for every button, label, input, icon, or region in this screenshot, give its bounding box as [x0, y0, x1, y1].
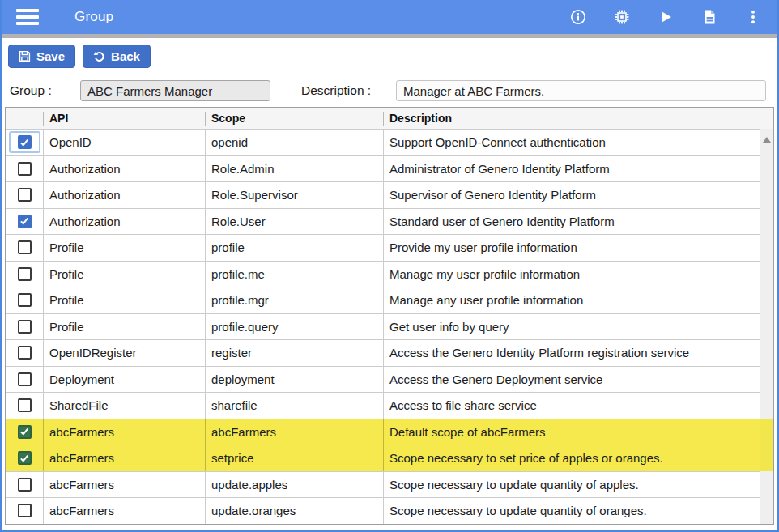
row-checkbox[interactable] [18, 267, 32, 281]
checkbox-focus-ring [9, 474, 40, 496]
description-cell-text: Supervisor of Genero Identity Platform [390, 188, 596, 202]
row-checkbox[interactable] [18, 372, 32, 386]
table-row[interactable]: Authorization Role.User Standard user of… [6, 208, 773, 235]
table-row[interactable]: OpenIDRegister register Access the Gener… [6, 339, 773, 366]
scope-cell: setprice [205, 445, 383, 471]
api-cell-text: OpenID [49, 135, 92, 149]
description-input[interactable] [396, 80, 766, 101]
toolbar: Save Back [2, 38, 777, 74]
document-icon [700, 8, 718, 26]
table-row[interactable]: Profile profile.mgr Manage any user prof… [6, 287, 773, 313]
row-checkbox[interactable] [18, 451, 32, 465]
row-checkbox[interactable] [18, 135, 32, 149]
settings-chip-button[interactable] [612, 7, 632, 27]
scope-cell: deployment [205, 367, 383, 393]
row-checkbox[interactable] [18, 320, 32, 334]
table-row[interactable]: SharedFile sharefile Access to file shar… [6, 392, 773, 419]
checkbox-focus-ring [9, 158, 40, 180]
floppy-icon [19, 50, 31, 62]
row-checkbox[interactable] [18, 188, 32, 202]
checkbox-focus-ring [9, 263, 40, 285]
scope-cell-text: setprice [211, 451, 254, 465]
row-checkbox[interactable] [18, 425, 32, 439]
description-cell: Supervisor of Genero Identity Platform [383, 182, 773, 208]
table-body: OpenID openid Support OpenID-Connect aut… [6, 129, 773, 524]
row-checkbox[interactable] [18, 293, 32, 307]
api-cell-text: OpenIDRegister [49, 346, 137, 360]
description-cell: Access the Genero Deployment service [383, 367, 773, 393]
description-cell-text: Scope necessary to update quantity of ap… [390, 478, 639, 492]
checkbox-focus-ring [9, 500, 40, 521]
description-label: Description : [301, 83, 378, 98]
info-button[interactable] [568, 7, 588, 27]
table-row[interactable]: Profile profile.me Manage my user profil… [6, 261, 773, 287]
table-row[interactable]: Profile profile Provide my user profile … [6, 234, 773, 261]
scope-cell-text: Role.Supervisor [211, 188, 298, 202]
description-cell-text: Access the Genero Deployment service [390, 372, 602, 386]
check-icon [19, 453, 29, 463]
row-checkbox[interactable] [18, 478, 32, 492]
description-cell: Get user info by query [383, 314, 773, 340]
api-cell: abcFarmers [43, 472, 205, 498]
api-cell-text: Profile [49, 240, 84, 254]
save-button[interactable]: Save [8, 45, 75, 68]
app-header: Group [2, 0, 777, 34]
menu-button[interactable] [16, 9, 39, 25]
header-cell-api: API [43, 112, 205, 126]
checkbox-focus-ring [9, 184, 40, 206]
scope-cell-text: Role.User [211, 215, 266, 228]
scope-cell: update.apples [205, 472, 383, 498]
row-checkbox[interactable] [18, 162, 32, 176]
api-cell-text: Authorization [49, 188, 121, 202]
undo-icon [93, 50, 105, 62]
scope-cell: sharefile [205, 393, 383, 419]
checkbox-focus-ring [9, 289, 40, 311]
description-cell: Scope necessary to update quantity of ap… [383, 472, 773, 498]
scope-cell-text: sharefile [211, 398, 258, 412]
scroll-up-button[interactable] [762, 135, 772, 143]
group-input[interactable] [80, 80, 270, 101]
row-checkbox[interactable] [18, 240, 32, 254]
api-cell: Authorization [43, 156, 205, 182]
description-cell-text: Support OpenID-Connect authentication [390, 135, 606, 149]
report-button[interactable] [700, 7, 719, 27]
checkbox-cell [6, 340, 43, 366]
api-cell: abcFarmers [43, 445, 205, 471]
row-checkbox[interactable] [18, 504, 32, 517]
checkbox-cell [6, 393, 43, 419]
scope-cell-text: register [211, 346, 252, 360]
table-row[interactable]: abcFarmers setprice Scope necessary to s… [6, 445, 773, 471]
run-button[interactable] [656, 7, 675, 27]
table-row[interactable]: abcFarmers update.oranges Scope necessar… [6, 497, 773, 524]
table-row[interactable]: Deployment deployment Access the Genero … [6, 366, 773, 393]
scope-cell-text: profile [211, 240, 245, 254]
row-checkbox[interactable] [18, 398, 32, 412]
description-cell-text: Provide my user profile information [390, 240, 577, 254]
scope-cell-text: profile.mgr [211, 293, 269, 307]
scope-cell-text: profile.me [211, 267, 265, 281]
table-row[interactable]: Authorization Role.Admin Administrator o… [6, 155, 773, 182]
check-icon [19, 427, 29, 436]
form-row: Group : Description : [2, 74, 777, 107]
table-row[interactable]: abcFarmers abcFarmers Default scope of a… [6, 419, 773, 445]
description-cell-text: Access to file share service [390, 398, 537, 412]
checkbox-cell [6, 130, 43, 155]
description-cell-text: Manage my user profile information [390, 267, 580, 281]
api-cell: SharedFile [43, 393, 205, 419]
checkbox-focus-ring [9, 131, 40, 153]
table-row[interactable]: OpenID openid Support OpenID-Connect aut… [6, 129, 773, 155]
checkbox-cell [6, 182, 43, 208]
description-cell-text: Access the Genero Identity Platform regi… [390, 346, 689, 360]
page-title: Group [74, 9, 113, 25]
back-button[interactable]: Back [83, 45, 151, 68]
scope-cell: profile [205, 235, 383, 261]
row-checkbox[interactable] [18, 215, 32, 228]
table-row[interactable]: Profile profile.query Get user info by q… [6, 313, 773, 340]
checkbox-cell [6, 314, 43, 340]
scope-cell-text: abcFarmers [211, 425, 276, 439]
table-row[interactable]: Authorization Role.Supervisor Supervisor… [6, 181, 773, 208]
row-checkbox[interactable] [18, 346, 32, 360]
table-row[interactable]: abcFarmers update.apples Scope necessary… [6, 471, 773, 498]
chip-icon [613, 8, 631, 26]
more-button[interactable] [743, 7, 763, 27]
